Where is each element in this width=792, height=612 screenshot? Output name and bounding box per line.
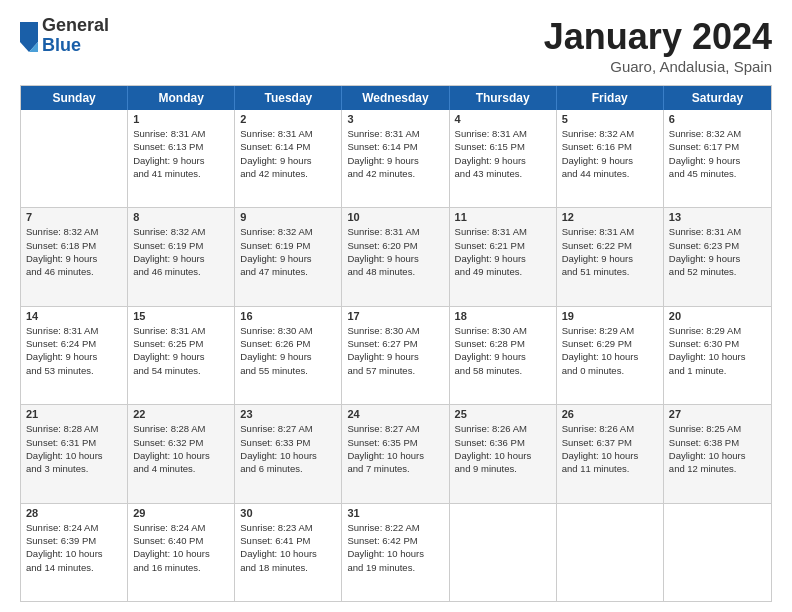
- cell-info-line: Daylight: 10 hours: [669, 449, 766, 462]
- cell-info-line: Sunrise: 8:32 AM: [240, 225, 336, 238]
- cell-info-line: Sunset: 6:33 PM: [240, 436, 336, 449]
- day-number: 6: [669, 113, 766, 125]
- cell-info-line: Sunrise: 8:31 AM: [133, 127, 229, 140]
- cell-info-line: and 45 minutes.: [669, 167, 766, 180]
- cell-info-line: Sunrise: 8:28 AM: [133, 422, 229, 435]
- day-number: 9: [240, 211, 336, 223]
- calendar-cell: 6Sunrise: 8:32 AMSunset: 6:17 PMDaylight…: [664, 110, 771, 207]
- cell-info-line: and 12 minutes.: [669, 462, 766, 475]
- calendar-cell: 8Sunrise: 8:32 AMSunset: 6:19 PMDaylight…: [128, 208, 235, 305]
- day-number: 4: [455, 113, 551, 125]
- calendar-cell: 27Sunrise: 8:25 AMSunset: 6:38 PMDayligh…: [664, 405, 771, 502]
- cell-info-line: Sunrise: 8:27 AM: [240, 422, 336, 435]
- cell-info-line: Daylight: 9 hours: [669, 252, 766, 265]
- calendar-cell: 15Sunrise: 8:31 AMSunset: 6:25 PMDayligh…: [128, 307, 235, 404]
- cell-info-line: and 51 minutes.: [562, 265, 658, 278]
- calendar-cell: 10Sunrise: 8:31 AMSunset: 6:20 PMDayligh…: [342, 208, 449, 305]
- calendar-cell: 30Sunrise: 8:23 AMSunset: 6:41 PMDayligh…: [235, 504, 342, 601]
- cell-info-line: Sunset: 6:13 PM: [133, 140, 229, 153]
- cell-info-line: and 58 minutes.: [455, 364, 551, 377]
- cell-info-line: Sunset: 6:18 PM: [26, 239, 122, 252]
- cell-info-line: and 46 minutes.: [26, 265, 122, 278]
- cell-info-line: Sunset: 6:31 PM: [26, 436, 122, 449]
- cell-info-line: Sunset: 6:27 PM: [347, 337, 443, 350]
- cell-info-line: Daylight: 9 hours: [240, 252, 336, 265]
- calendar-cell: 5Sunrise: 8:32 AMSunset: 6:16 PMDaylight…: [557, 110, 664, 207]
- cell-info-line: and 0 minutes.: [562, 364, 658, 377]
- calendar-cell: 28Sunrise: 8:24 AMSunset: 6:39 PMDayligh…: [21, 504, 128, 601]
- calendar-cell: [664, 504, 771, 601]
- cell-info-line: and 16 minutes.: [133, 561, 229, 574]
- cell-info-line: Daylight: 10 hours: [562, 449, 658, 462]
- cell-info-line: Daylight: 10 hours: [26, 449, 122, 462]
- day-number: 14: [26, 310, 122, 322]
- day-number: 21: [26, 408, 122, 420]
- day-number: 23: [240, 408, 336, 420]
- cell-info-line: Sunrise: 8:30 AM: [240, 324, 336, 337]
- cell-info-line: Sunrise: 8:23 AM: [240, 521, 336, 534]
- cell-info-line: Sunrise: 8:32 AM: [562, 127, 658, 140]
- page: General Blue January 2024 Guaro, Andalus…: [0, 0, 792, 612]
- cell-info-line: Sunset: 6:19 PM: [133, 239, 229, 252]
- calendar-cell: 24Sunrise: 8:27 AMSunset: 6:35 PMDayligh…: [342, 405, 449, 502]
- cell-info-line: and 53 minutes.: [26, 364, 122, 377]
- cell-info-line: Sunset: 6:32 PM: [133, 436, 229, 449]
- cell-info-line: Daylight: 10 hours: [562, 350, 658, 363]
- calendar-cell: 17Sunrise: 8:30 AMSunset: 6:27 PMDayligh…: [342, 307, 449, 404]
- cell-info-line: and 4 minutes.: [133, 462, 229, 475]
- calendar-cell: 9Sunrise: 8:32 AMSunset: 6:19 PMDaylight…: [235, 208, 342, 305]
- calendar-cell: 1Sunrise: 8:31 AMSunset: 6:13 PMDaylight…: [128, 110, 235, 207]
- calendar-cell: 26Sunrise: 8:26 AMSunset: 6:37 PMDayligh…: [557, 405, 664, 502]
- cell-info-line: Daylight: 9 hours: [240, 350, 336, 363]
- cell-info-line: Daylight: 9 hours: [26, 252, 122, 265]
- cell-info-line: Daylight: 10 hours: [669, 350, 766, 363]
- cell-info-line: Sunset: 6:40 PM: [133, 534, 229, 547]
- cell-info-line: Sunset: 6:15 PM: [455, 140, 551, 153]
- calendar-cell: [21, 110, 128, 207]
- day-number: 31: [347, 507, 443, 519]
- cell-info-line: Sunset: 6:17 PM: [669, 140, 766, 153]
- calendar-cell: [557, 504, 664, 601]
- calendar: SundayMondayTuesdayWednesdayThursdayFrid…: [20, 85, 772, 602]
- cell-info-line: Daylight: 9 hours: [133, 154, 229, 167]
- cell-info-line: Daylight: 10 hours: [347, 449, 443, 462]
- calendar-cell: 21Sunrise: 8:28 AMSunset: 6:31 PMDayligh…: [21, 405, 128, 502]
- day-number: 19: [562, 310, 658, 322]
- day-number: 29: [133, 507, 229, 519]
- title-block: January 2024 Guaro, Andalusia, Spain: [544, 16, 772, 75]
- cell-info-line: and 42 minutes.: [240, 167, 336, 180]
- cell-info-line: Daylight: 9 hours: [26, 350, 122, 363]
- day-number: 11: [455, 211, 551, 223]
- cell-info-line: Sunrise: 8:24 AM: [133, 521, 229, 534]
- cell-info-line: Daylight: 9 hours: [455, 252, 551, 265]
- cell-info-line: Sunrise: 8:32 AM: [133, 225, 229, 238]
- cell-info-line: Daylight: 9 hours: [669, 154, 766, 167]
- cell-info-line: and 3 minutes.: [26, 462, 122, 475]
- cell-info-line: and 1 minute.: [669, 364, 766, 377]
- cell-info-line: Daylight: 10 hours: [240, 547, 336, 560]
- cell-info-line: Daylight: 10 hours: [133, 449, 229, 462]
- cell-info-line: Sunset: 6:38 PM: [669, 436, 766, 449]
- logo-text: General Blue: [42, 16, 109, 56]
- calendar-cell: 19Sunrise: 8:29 AMSunset: 6:29 PMDayligh…: [557, 307, 664, 404]
- cell-info-line: Sunrise: 8:30 AM: [347, 324, 443, 337]
- day-number: 20: [669, 310, 766, 322]
- header-day-friday: Friday: [557, 86, 664, 110]
- cell-info-line: Sunset: 6:14 PM: [347, 140, 443, 153]
- cell-info-line: and 47 minutes.: [240, 265, 336, 278]
- header-day-tuesday: Tuesday: [235, 86, 342, 110]
- cell-info-line: and 43 minutes.: [455, 167, 551, 180]
- cell-info-line: Sunrise: 8:32 AM: [26, 225, 122, 238]
- cell-info-line: Sunset: 6:29 PM: [562, 337, 658, 350]
- cell-info-line: and 52 minutes.: [669, 265, 766, 278]
- cell-info-line: Sunset: 6:19 PM: [240, 239, 336, 252]
- cell-info-line: Sunrise: 8:31 AM: [26, 324, 122, 337]
- cell-info-line: Daylight: 9 hours: [562, 154, 658, 167]
- day-number: 25: [455, 408, 551, 420]
- cell-info-line: Sunset: 6:26 PM: [240, 337, 336, 350]
- calendar-cell: [450, 504, 557, 601]
- cell-info-line: Sunset: 6:30 PM: [669, 337, 766, 350]
- cell-info-line: Sunset: 6:21 PM: [455, 239, 551, 252]
- cell-info-line: and 11 minutes.: [562, 462, 658, 475]
- cell-info-line: and 9 minutes.: [455, 462, 551, 475]
